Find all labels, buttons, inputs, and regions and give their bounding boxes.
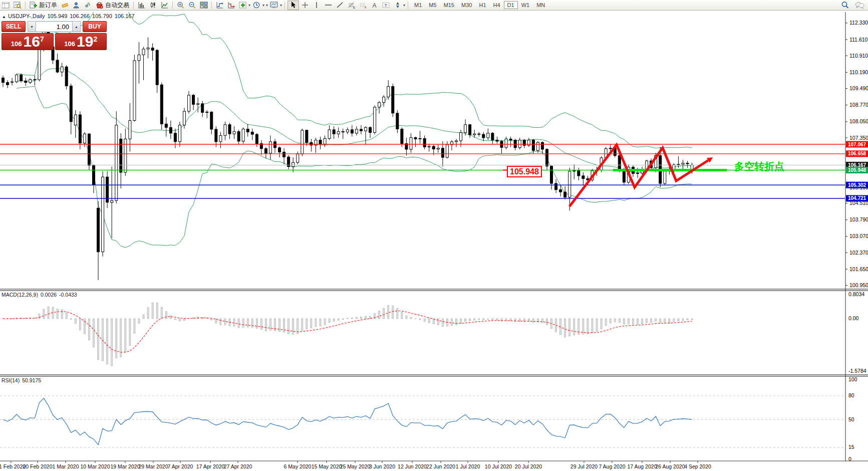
one-click-collapse-arrow[interactable]: ▲ <box>2 15 6 19</box>
chart-preview-icon[interactable] <box>12 1 23 10</box>
time-axis-label[interactable]: 22 Jun 2020 <box>426 463 455 469</box>
price-axis-label[interactable]: 108.050 <box>849 118 868 124</box>
timeframe-button-m30[interactable]: M30 <box>458 1 475 9</box>
macd-histogram-bar <box>614 319 616 322</box>
vertical-line-tool-icon[interactable] <box>312 1 322 10</box>
fibonacci-tool-icon[interactable]: E <box>346 1 357 10</box>
price-axis-label[interactable]: 111.610 <box>849 37 868 43</box>
time-axis-label[interactable]: 29 Mar 2020 <box>139 463 168 469</box>
cursor-tool-icon[interactable] <box>287 1 299 10</box>
volume-input[interactable]: 1.00 <box>36 21 72 32</box>
candle-body <box>419 138 421 139</box>
time-axis-label[interactable]: 6 May 2020 <box>284 463 312 469</box>
time-axis-label[interactable]: 1 Jul 2020 <box>456 463 480 469</box>
time-axis-label[interactable]: 10 Mar 2020 <box>81 463 110 469</box>
time-axis-label[interactable]: 17 Apr 2020 <box>196 463 225 469</box>
timeframe-button-m5[interactable]: M5 <box>425 1 440 9</box>
volume-increase-button[interactable]: ▲ <box>72 21 81 32</box>
indicator-window-alt-icon[interactable] <box>226 1 236 10</box>
one-click-trading-panel: SELL ▼ 1.00 ▲ BUY 106 16 7 106 19 2 <box>2 21 107 50</box>
candle-body <box>38 47 41 80</box>
timeframe-button-w1[interactable]: W1 <box>518 1 533 9</box>
search-icon[interactable] <box>840 1 850 10</box>
text-label-tool-icon[interactable]: T <box>381 1 391 10</box>
macd-histogram-bar <box>496 319 498 320</box>
text-tool-icon[interactable]: A <box>369 1 380 10</box>
candle-body <box>568 171 571 197</box>
bar-chart-icon[interactable] <box>136 1 147 10</box>
time-axis-label[interactable]: 11 Feb 2020 <box>0 463 26 469</box>
auto-trading-button[interactable]: 自动交易 <box>94 1 131 10</box>
sell-button[interactable]: SELL <box>2 21 26 32</box>
time-axis-label[interactable]: 7 Aug 2020 <box>599 463 625 469</box>
eraser-icon[interactable] <box>60 1 70 10</box>
time-axis-label[interactable]: 10 Jul 2020 <box>485 463 512 469</box>
dropdown-caret-icon[interactable]: ▾ <box>266 3 268 8</box>
indicator-window-icon[interactable] <box>214 1 225 10</box>
line-chart-icon[interactable] <box>159 1 170 10</box>
time-axis-label[interactable]: 26 Aug 2020 <box>656 463 685 469</box>
price-axis-label[interactable]: 110.190 <box>849 69 868 75</box>
time-axis-label[interactable]: 27 Apr 2020 <box>224 463 252 469</box>
turning-point-note[interactable]: 多空转折点 <box>734 160 784 173</box>
time-axis-label[interactable]: 1 Mar 2020 <box>52 463 79 469</box>
time-axis-label[interactable]: 20 Feb 2020 <box>23 463 53 469</box>
macd-histogram-bar <box>302 319 303 330</box>
buy-button[interactable]: BUY <box>83 21 107 32</box>
price-axis-label[interactable]: 109.490 <box>849 85 868 91</box>
zoom-in-icon[interactable] <box>175 1 186 10</box>
horizontal-line-tool-icon[interactable] <box>323 1 334 10</box>
price-axis-label[interactable]: 103.790 <box>849 216 868 222</box>
tile-windows-icon[interactable] <box>198 1 209 10</box>
trading-terminal-window: 新订单 自动交易 ▾ ▾ ▾ ▾ <box>0 0 868 471</box>
zoom-out-icon[interactable] <box>187 1 197 10</box>
signal-icon[interactable] <box>83 1 93 10</box>
price-axis-label[interactable]: 108.770 <box>849 102 868 108</box>
chat-icon[interactable] <box>854 1 865 10</box>
time-axis-label[interactable]: 19 Mar 2020 <box>111 463 140 469</box>
candlestick-chart-icon[interactable] <box>148 1 158 10</box>
price-callout-label[interactable]: 105.948 <box>507 166 542 177</box>
trendline-tool-icon[interactable] <box>335 1 345 10</box>
price-axis-label[interactable]: 110.910 <box>849 53 868 59</box>
expert-advisor-icon[interactable] <box>71 1 82 10</box>
ask-price-box[interactable]: 106 19 2 <box>55 33 107 50</box>
candle-body <box>310 142 313 145</box>
bid-price-box[interactable]: 106 16 7 <box>2 33 54 50</box>
chart-surface[interactable]: 112.330111.610110.910110.190109.490108.7… <box>0 0 868 471</box>
time-axis-label[interactable]: 29 Jul 2020 <box>570 463 598 469</box>
price-axis-label[interactable]: 100.950 <box>849 282 868 288</box>
price-axis-label[interactable]: 101.650 <box>849 266 868 272</box>
timeframe-button-m15[interactable]: M15 <box>440 1 458 9</box>
time-axis-label[interactable]: 4 Sep 2020 <box>684 463 711 469</box>
market-watch-icon[interactable] <box>1 1 11 10</box>
price-axis-label[interactable]: 112.330 <box>849 20 868 26</box>
crosshair-tool-icon[interactable] <box>300 1 311 10</box>
time-axis-label[interactable]: 25 May 2020 <box>340 463 371 469</box>
timeframe-button-d1[interactable]: D1 <box>504 1 518 9</box>
time-axis-label[interactable]: 17 Aug 2020 <box>628 463 657 469</box>
new-order-button[interactable]: 新订单 <box>28 1 59 10</box>
price-axis-label[interactable]: 102.370 <box>849 250 868 256</box>
macd-histogram-bar <box>147 308 149 319</box>
time-axis-label[interactable]: 15 May 2020 <box>312 463 342 469</box>
add-indicator-button[interactable]: ▾ <box>237 1 250 10</box>
template-button[interactable]: ▾ <box>269 1 282 10</box>
time-axis-label[interactable]: 12 Jun 2020 <box>398 463 427 469</box>
volume-decrease-button[interactable]: ▼ <box>28 21 36 32</box>
time-axis-label[interactable]: 7 Apr 2020 <box>168 463 193 469</box>
price-axis-label[interactable]: 107.350 <box>849 135 868 141</box>
time-axis-label[interactable]: 3 Jun 2020 <box>369 463 395 469</box>
fibonacci-fan-tool-icon[interactable]: F <box>358 1 368 10</box>
timeframe-button-m1[interactable]: M1 <box>411 1 425 9</box>
time-axis-label[interactable]: 20 Jul 2020 <box>515 463 542 469</box>
toolbar-separator <box>211 2 212 9</box>
price-axis-label[interactable]: 103.070 <box>849 233 868 239</box>
period-button[interactable]: ▾ <box>251 1 264 10</box>
timeframe-button-h1[interactable]: H1 <box>475 1 489 9</box>
candle-body <box>378 103 381 107</box>
timeframe-button-mn[interactable]: MN <box>533 1 548 9</box>
timeframe-button-h4[interactable]: H4 <box>490 1 504 9</box>
arrows-tool-button[interactable]: ▾ <box>392 1 405 10</box>
macd-histogram-bar <box>637 319 639 324</box>
